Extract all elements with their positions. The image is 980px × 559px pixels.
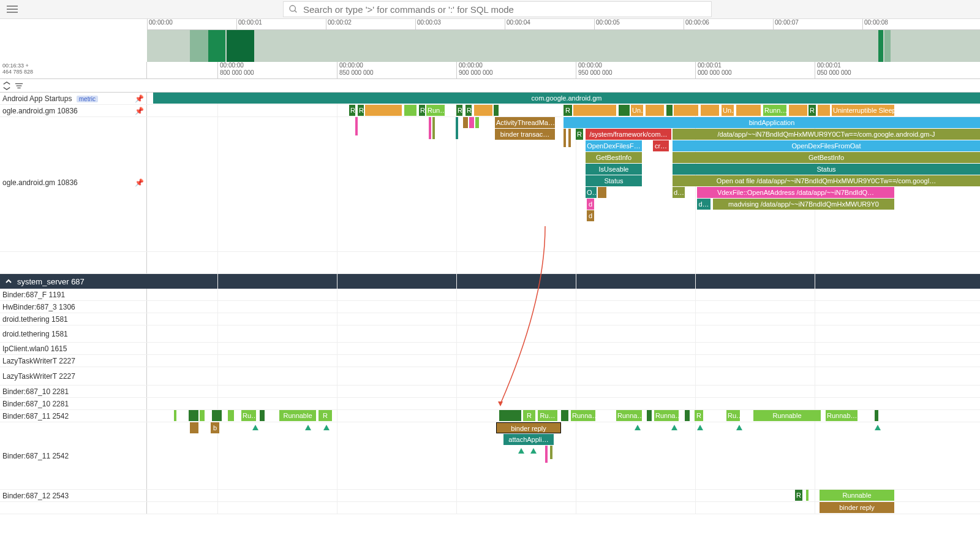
sched-r[interactable]: R: [576, 129, 583, 140]
track-binder-11-stack[interactable]: Binder:687_11 2542 b binder reply attach…: [0, 422, 980, 490]
sched-un[interactable]: Un…: [631, 105, 643, 116]
sched-r[interactable]: [619, 105, 630, 116]
track-lazytask-1[interactable]: LazyTaskWriterT 2227: [0, 355, 980, 367]
track-binder-687-f[interactable]: Binder:687_F 1191: [0, 289, 980, 301]
track-label[interactable]: Binder:687_F 1191: [0, 289, 147, 300]
sched-runna[interactable]: Runna…: [571, 410, 595, 421]
sched-runn[interactable]: Runn…: [763, 105, 786, 116]
slice[interactable]: [564, 129, 566, 147]
sched[interactable]: [875, 410, 878, 421]
track-binder-10-a[interactable]: Binder:687_10 2281: [0, 386, 980, 398]
slice-getbestinfo2[interactable]: GetBestInfo: [673, 152, 980, 163]
slice-startup[interactable]: com.google.android.gm: [153, 93, 980, 104]
slice-openoat[interactable]: Open oat file /data/app/~~iN7BndIdQmHxMW…: [673, 175, 980, 186]
sched-runnable[interactable]: Runnable: [820, 490, 894, 501]
track-gm-stack[interactable]: ogle.android.gm 10836 📌 ActivityThreadMa…: [0, 117, 980, 252]
track-gm-sched[interactable]: ogle.android.gm 10836 📌 R R R Run… R R R…: [0, 105, 980, 117]
sched-unint[interactable]: Uninterruptible Sleep (…: [832, 105, 894, 116]
slice[interactable]: [432, 117, 435, 139]
slice-systemframework[interactable]: /system/framework/com…: [586, 129, 671, 140]
track-binder-12-stack[interactable]: binder reply: [0, 502, 980, 514]
slice-status2[interactable]: Status: [673, 164, 980, 175]
track-label[interactable]: LazyTaskWriterT 2227: [0, 355, 147, 367]
slice[interactable]: [456, 117, 458, 139]
track-binder-11-sched[interactable]: Binder:687_11 2542 Ru… Runnable R R Ru… …: [0, 410, 980, 422]
sched-r[interactable]: R: [809, 105, 816, 116]
track-label[interactable]: LazyTaskWriterT 2227: [0, 367, 147, 385]
sched[interactable]: [174, 410, 176, 421]
sched-orange[interactable]: [646, 105, 664, 116]
slice-o[interactable]: O…: [586, 187, 597, 198]
track-label[interactable]: ogle.android.gm 10836 📌: [0, 117, 147, 251]
track-label[interactable]: Binder:687_10 2281: [0, 398, 147, 409]
slice[interactable]: [190, 422, 198, 433]
slice-getbestinfo1[interactable]: GetBestInfo: [586, 152, 642, 163]
track-tethering-2[interactable]: droid.tethering 1581: [0, 325, 980, 343]
slice[interactable]: [469, 117, 474, 128]
track-hwbinder[interactable]: HwBinder:687_3 1306: [0, 301, 980, 313]
track-label[interactable]: ogle.android.gm 10836 📌: [0, 105, 147, 116]
track-label[interactable]: Binder:687_12 2543: [0, 490, 147, 501]
slice[interactable]: [355, 117, 358, 135]
track-label[interactable]: Binder:687_11 2542: [0, 410, 147, 422]
slice[interactable]: [545, 446, 548, 463]
track-binder-10-b[interactable]: Binder:687_10 2281: [0, 398, 980, 410]
sched-r[interactable]: [666, 105, 673, 116]
sched-orange[interactable]: [701, 105, 719, 116]
slice-dataapp[interactable]: /data/app/~~iN7BndIdQmHxMWUR9Y0CTw==/com…: [673, 129, 980, 140]
overview-time-axis[interactable]: 00:00:00 00:00:01 00:00:02 00:00:03 00:0…: [147, 19, 980, 30]
sched-r[interactable]: R: [419, 105, 425, 116]
sched-r[interactable]: R: [358, 105, 364, 116]
overview-timeline[interactable]: [147, 30, 980, 62]
sched-r[interactable]: R: [795, 490, 802, 501]
search-input[interactable]: [303, 4, 706, 15]
sched[interactable]: [806, 490, 809, 501]
slice-d1[interactable]: d…: [673, 187, 685, 198]
slice-opendex2[interactable]: OpenDexFilesFromOat: [673, 140, 980, 151]
sched-r[interactable]: R: [695, 410, 703, 421]
slice-d2[interactable]: d: [587, 199, 594, 210]
slice[interactable]: [429, 117, 431, 139]
sched[interactable]: [685, 410, 690, 421]
sched-r[interactable]: R: [466, 105, 472, 116]
sched-orange[interactable]: [789, 105, 807, 116]
track-label[interactable]: Binder:687_10 2281: [0, 386, 147, 397]
track-ipclient[interactable]: IpClient.wlan0 1615: [0, 343, 980, 355]
slice[interactable]: [550, 446, 552, 459]
slice-attachappli[interactable]: attachAppli…: [503, 434, 554, 445]
sched-run[interactable]: Run…: [426, 105, 445, 116]
track-lazytask-2[interactable]: LazyTaskWriterT 2227: [0, 367, 980, 386]
sched[interactable]: [189, 410, 198, 421]
slice-binderreply[interactable]: binder reply: [496, 422, 561, 433]
track-startups[interactable]: Android App Startups metric 📌 com.google…: [0, 93, 980, 105]
track-label[interactable]: droid.tethering 1581: [0, 313, 147, 325]
sched-orange[interactable]: [736, 105, 761, 116]
sched-r[interactable]: R: [523, 410, 535, 421]
sched-r[interactable]: R: [318, 410, 332, 421]
sched[interactable]: [260, 410, 265, 421]
pin-icon[interactable]: 📌: [135, 94, 144, 103]
track-tethering-1[interactable]: droid.tethering 1581: [0, 313, 980, 325]
sched-runnab[interactable]: Runnab…: [826, 410, 858, 421]
sched-orange[interactable]: [818, 105, 830, 116]
track-label[interactable]: HwBinder:687_3 1306: [0, 301, 147, 313]
slice[interactable]: [475, 117, 479, 128]
sched-run[interactable]: [404, 105, 417, 116]
slice-d3[interactable]: d: [587, 210, 594, 221]
slice-cr[interactable]: cr…: [653, 140, 669, 151]
slice-opendex1[interactable]: OpenDexFilesF…: [586, 140, 642, 151]
slice[interactable]: [598, 187, 606, 198]
menu-icon[interactable]: [5, 2, 20, 17]
slice-b[interactable]: b: [211, 422, 219, 433]
slice-binderreply2[interactable]: binder reply: [820, 502, 894, 513]
sched-ru[interactable]: Ru…: [241, 410, 256, 421]
sched-r[interactable]: R: [349, 105, 355, 116]
slice-isuseable[interactable]: IsUseable: [586, 164, 642, 175]
sched-orange[interactable]: [674, 105, 698, 116]
slice-bindertransac[interactable]: binder transac…: [495, 129, 555, 140]
group-header-system-server[interactable]: system_server 687: [0, 274, 980, 289]
slice-status1[interactable]: Status: [586, 175, 642, 186]
filter-icon[interactable]: [15, 82, 23, 90]
sched[interactable]: [561, 410, 568, 421]
sched-r[interactable]: [494, 105, 499, 116]
